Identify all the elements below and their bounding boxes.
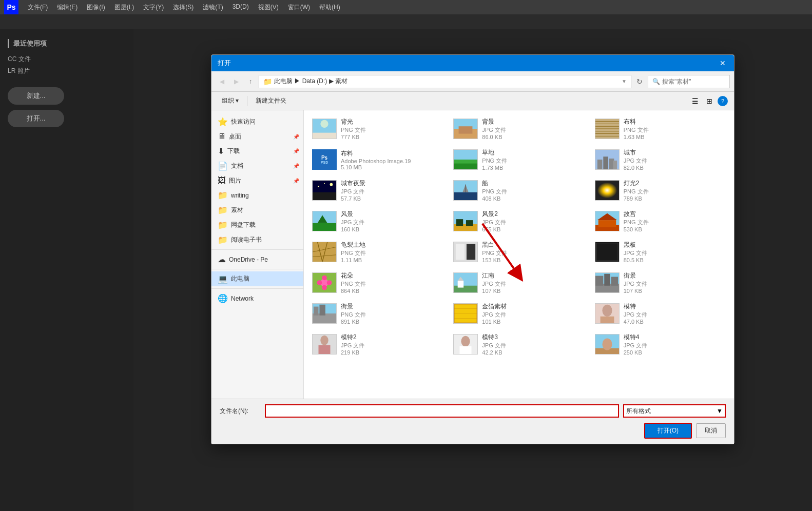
sidebar-item-pictures[interactable]: 🖼 图片 📌: [211, 173, 303, 188]
file-type-street2: PNG 文件: [341, 311, 443, 319]
file-info-night: 城市夜景 JPG 文件 57.7 KB: [341, 179, 443, 202]
lr-photos-link[interactable]: LR 照片: [8, 65, 126, 77]
file-size-model2: 219 KB: [341, 349, 443, 356]
file-item-palace[interactable]: 故宫 PNG 文件 530 KB: [591, 207, 730, 235]
sidebar-item-quickaccess[interactable]: ⭐ 快速访问: [211, 114, 303, 129]
file-item-boat[interactable]: 船 PNG 文件 408 KB: [449, 176, 588, 205]
new-folder-button[interactable]: 新建文件夹: [252, 94, 291, 107]
menu-help[interactable]: 帮助(H): [315, 2, 344, 13]
help-button[interactable]: ?: [718, 96, 728, 106]
sidebar-label-downloads: 下载: [227, 147, 240, 155]
sidebar-item-network[interactable]: 🌐 Network: [211, 291, 303, 306]
filename-label: 文件名(N):: [220, 407, 261, 416]
file-size-black: 153 KB: [482, 257, 584, 263]
file-item-cracked[interactable]: 龟裂土地 PNG 文件 1.11 MB: [308, 238, 447, 266]
file-item-model[interactable]: 模特 JPG 文件 47.0 KB: [591, 299, 730, 328]
menu-text[interactable]: 文字(Y): [139, 2, 168, 13]
sidebar-item-ebook[interactable]: 📁 阅读电子书: [211, 232, 303, 247]
folder-icon: 📁: [263, 77, 272, 86]
view-grid-button[interactable]: ⊞: [703, 95, 716, 107]
cancel-button[interactable]: 取消: [696, 423, 726, 438]
file-item-psd[interactable]: Ps PSD 布料 Adobe Photoshop Image.19 5.10 …: [308, 145, 447, 174]
sidebar-item-downloads[interactable]: ⬇ 下载 📌: [211, 144, 303, 159]
file-size-beijing: 86.0 KB: [482, 134, 584, 140]
file-item-model2[interactable]: 模特2 JPG 文件 219 KB: [308, 330, 447, 359]
file-thumb-buliao: [595, 119, 620, 139]
file-item-flower[interactable]: 花朵 PNG 文件 864 KB: [308, 268, 447, 297]
organize-label: 组织 ▾: [222, 96, 239, 105]
file-item-black[interactable]: 黑白 PNG 文件 153 KB: [449, 238, 588, 266]
menu-edit[interactable]: 编辑(E): [53, 2, 82, 13]
file-info-palace: 故宫 PNG 文件 530 KB: [624, 210, 726, 232]
svg-rect-83: [319, 345, 331, 354]
forward-button[interactable]: ▶: [230, 75, 242, 88]
menu-layer[interactable]: 图层(L): [110, 2, 139, 13]
file-name-model3: 模特3: [482, 333, 584, 342]
file-item-street2[interactable]: 街景 PNG 文件 891 KB: [308, 299, 447, 328]
cc-files-link[interactable]: CC 文件: [8, 53, 126, 65]
menu-3d[interactable]: 3D(D): [228, 2, 253, 13]
refresh-button[interactable]: ↻: [633, 75, 646, 88]
file-item-street1[interactable]: 街景 JPG 文件 107 KB: [591, 268, 730, 297]
menu-window[interactable]: 窗口(W): [284, 2, 314, 13]
address-path[interactable]: 📁 此电脑 ▶ Data (D:) ▶ 素材 ▼: [259, 75, 631, 88]
svg-rect-50: [456, 244, 465, 260]
filename-input[interactable]: [265, 404, 619, 418]
menu-view[interactable]: 视图(V): [254, 2, 283, 13]
file-item-beiguang[interactable]: 背光 PNG 文件 777 KB: [308, 114, 447, 143]
file-type-beiguang: PNG 文件: [341, 126, 443, 134]
file-item-buliao[interactable]: 布料 PNG 文件 1.63 MB: [591, 114, 730, 143]
file-info-buliao: 布料 PNG 文件 1.63 MB: [624, 117, 726, 140]
menu-select[interactable]: 选择(S): [169, 2, 198, 13]
path-text: 此电脑 ▶ Data (D:) ▶ 素材: [274, 77, 347, 86]
search-input[interactable]: [662, 78, 719, 85]
dialog-close-button[interactable]: ✕: [718, 58, 728, 68]
file-thumb-psd: Ps PSD: [312, 149, 337, 170]
file-thumb-model2: [312, 334, 337, 355]
sidebar-item-netdisk[interactable]: 📁 网盘下载: [211, 218, 303, 232]
file-name-cracked: 龟裂土地: [341, 241, 443, 249]
file-item-board[interactable]: 黑板 JPG 文件 80.5 KB: [591, 238, 730, 266]
file-item-night[interactable]: 城市夜景 JPG 文件 57.7 KB: [308, 176, 447, 205]
svg-rect-62: [458, 281, 464, 287]
open-button[interactable]: 打开...: [8, 110, 64, 127]
file-item-scenery2[interactable]: 风景2 JPG 文件 665 KB: [449, 207, 588, 235]
file-thumb-cracked: [312, 242, 337, 262]
sidebar-item-sucai[interactable]: 📁 素材: [211, 203, 303, 218]
sidebar-item-thispc[interactable]: 💻 此电脑: [211, 271, 303, 286]
file-item-jiangnan[interactable]: 江南 JPG 文件 107 KB: [449, 268, 588, 297]
file-item-model4[interactable]: 模特4 JPG 文件 250 KB: [591, 330, 730, 359]
file-item-chengshi[interactable]: 城市 JPG 文件 82.0 KB: [591, 145, 730, 174]
file-name-gold: 金箔素材: [482, 302, 584, 311]
menu-file[interactable]: 文件(F): [24, 2, 52, 13]
file-item-light[interactable]: 灯光2 PNG 文件 789 KB: [591, 176, 730, 205]
file-name-boat: 船: [482, 179, 584, 188]
file-name-board: 黑板: [624, 241, 726, 249]
file-info-light: 灯光2 PNG 文件 789 KB: [624, 179, 726, 202]
menu-image[interactable]: 图像(I): [83, 2, 109, 13]
format-dropdown[interactable]: 所有格式 ▼: [623, 404, 726, 418]
back-button[interactable]: ◀: [216, 75, 228, 88]
menu-filter[interactable]: 滤镜(T): [199, 2, 227, 13]
open-file-button[interactable]: 打开(O): [644, 423, 692, 439]
up-button[interactable]: ↑: [244, 75, 257, 88]
sidebar-item-desktop[interactable]: 🖥 桌面 📌: [211, 129, 303, 144]
sidebar-label-sucai: 素材: [231, 206, 243, 214]
sidebar-divider-3: [211, 288, 303, 289]
file-item-beijing[interactable]: 背景 JPG 文件 86.0 KB: [449, 114, 588, 143]
file-item-caodi[interactable]: 草地 PNG 文件 1.73 MB: [449, 145, 588, 174]
sidebar-item-onedrive[interactable]: ☁ OneDrive - Pe: [211, 252, 303, 267]
file-size-boat: 408 KB: [482, 195, 584, 202]
new-button[interactable]: 新建...: [8, 87, 64, 105]
file-item-scenery[interactable]: 风景 JPG 文件 160 KB: [308, 207, 447, 235]
file-info-gold: 金箔素材 JPG 文件 101 KB: [482, 302, 584, 325]
organize-button[interactable]: 组织 ▾: [218, 94, 243, 107]
file-info-cracked: 龟裂土地 PNG 文件 1.11 MB: [341, 241, 443, 263]
sidebar-item-writing[interactable]: 📁 writing: [211, 188, 303, 203]
file-thumb-jiangnan: [453, 272, 478, 293]
file-item-gold[interactable]: 金箔素材 JPG 文件 101 KB: [449, 299, 588, 328]
svg-point-89: [602, 339, 612, 350]
view-list-button[interactable]: ☰: [689, 95, 701, 107]
sidebar-item-documents[interactable]: 📄 文档 📌: [211, 159, 303, 173]
file-item-model3[interactable]: 模特3 JPG 文件 42.2 KB: [449, 330, 588, 359]
